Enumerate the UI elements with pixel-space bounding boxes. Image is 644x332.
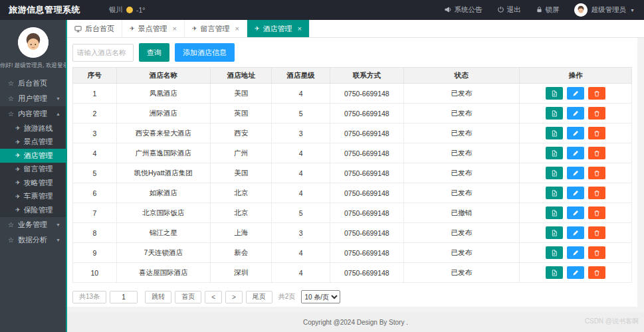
delete-button[interactable] — [588, 127, 605, 139]
close-icon[interactable]: × — [298, 25, 302, 33]
view-button[interactable] — [546, 246, 563, 259]
hotel-table: 序号酒店名称酒店地址酒店星级联系方式状态操作 1凤凰酒店美国40750-6699… — [72, 67, 632, 283]
close-icon[interactable]: × — [235, 25, 239, 33]
view-button[interactable] — [546, 207, 563, 219]
cell-contact: 0750-6699148 — [330, 183, 403, 203]
sidebar-subitem-guides[interactable]: ✈攻略管理 — [0, 176, 66, 190]
tab-home[interactable]: 后台首页 — [67, 20, 122, 37]
sidebar-item-users[interactable]: ☆用户管理▼ — [0, 91, 66, 106]
edit-button[interactable] — [567, 87, 584, 100]
logout-button[interactable]: 退出 — [497, 5, 521, 15]
lockscreen-button[interactable]: 锁屏 — [536, 5, 560, 15]
view-button[interactable] — [546, 167, 563, 179]
cell-contact: 0750-6699148 — [330, 163, 403, 183]
hotel-search-input[interactable] — [72, 44, 134, 62]
table-row: 6如家酒店北京40750-6699148已发布 — [73, 183, 632, 203]
view-button[interactable] — [546, 187, 563, 199]
table-row: 5凯悦Hyatt酒店集团美国40750-6699148已发布 — [73, 163, 632, 183]
edit-button[interactable] — [567, 127, 584, 139]
view-button[interactable] — [546, 226, 563, 239]
file-icon — [551, 230, 558, 236]
delete-button[interactable] — [588, 87, 605, 100]
plane-icon: ✈ — [15, 166, 21, 173]
delete-button[interactable] — [588, 147, 605, 159]
sidebar-subitem-tickets[interactable]: ✈车票管理 — [0, 190, 66, 204]
cell-hotel-address: 美国 — [210, 84, 272, 104]
view-button[interactable] — [546, 147, 563, 159]
copyright-text: Copyright @2024 Design By Story . — [303, 319, 408, 326]
sidebar-subitem-routes[interactable]: ✈旅游路线 — [0, 122, 66, 135]
add-hotel-button[interactable]: 添加酒店信息 — [175, 43, 235, 62]
weather-widget: 银川 -1° — [109, 5, 146, 15]
sidebar-item-business[interactable]: ☆业务管理▼ — [0, 217, 66, 232]
view-button[interactable] — [546, 266, 563, 279]
sidebar-subitem-messages[interactable]: ✈留言管理 — [0, 163, 66, 177]
page-number-input[interactable] — [110, 291, 138, 303]
tab-hotels[interactable]: ✈酒店管理× — [247, 20, 310, 37]
sidebar-item-analytics[interactable]: ☆数据分析▼ — [0, 232, 66, 248]
cell-hotel-address: 新会 — [210, 243, 272, 263]
cell-actions — [519, 124, 631, 143]
delete-button[interactable] — [588, 207, 605, 219]
star-icon: ☆ — [8, 80, 14, 87]
view-button[interactable] — [546, 87, 563, 100]
edit-button[interactable] — [567, 246, 584, 259]
jump-button[interactable]: 跳转 — [145, 291, 171, 303]
edit-button[interactable] — [567, 187, 584, 199]
last-page-button[interactable]: 尾页 — [246, 291, 272, 303]
prev-page-button[interactable]: < — [205, 291, 222, 303]
sidebar-item-content[interactable]: ☆内容管理▲ — [0, 106, 66, 122]
table-header-row: 序号酒店名称酒店地址酒店星级联系方式状态操作 — [73, 68, 632, 84]
sidebar-item-home[interactable]: ☆后台首页 — [0, 76, 66, 91]
cell-index: 8 — [73, 223, 117, 243]
pencil-icon — [572, 170, 579, 177]
avatar — [574, 3, 588, 17]
cell-status: 已发布 — [403, 124, 519, 143]
next-page-button[interactable]: > — [225, 291, 243, 303]
pencil-icon — [572, 110, 579, 117]
sidebar-subitem-insurance[interactable]: ✈保险管理 — [0, 203, 66, 217]
sidebar-subitem-label: 酒店管理 — [24, 151, 53, 161]
table-row: 1凤凰酒店美国40750-6699148已发布 — [73, 84, 632, 104]
first-page-button[interactable]: 首页 — [175, 291, 201, 303]
plane-icon: ✈ — [15, 207, 21, 213]
edit-button[interactable] — [567, 226, 584, 239]
trash-icon — [593, 130, 600, 137]
edit-button[interactable] — [567, 167, 584, 179]
delete-button[interactable] — [588, 187, 605, 199]
tab-messages[interactable]: ✈留言管理× — [185, 20, 247, 37]
sidebar-subitem-label: 留言管理 — [24, 164, 53, 174]
user-menu[interactable]: 超级管理员 ▼ — [574, 3, 635, 17]
tab-spots[interactable]: ✈景点管理× — [122, 20, 185, 37]
sidebar-subitem-spots[interactable]: ✈景点管理 — [0, 135, 66, 149]
search-button[interactable]: 查询 — [139, 43, 169, 62]
delete-button[interactable] — [588, 107, 605, 120]
edit-button[interactable] — [567, 207, 584, 219]
column-header: 序号 — [73, 68, 117, 84]
sidebar-subitem-hotels[interactable]: ✈酒店管理 — [0, 149, 66, 163]
app-title: 旅游信息管理系统 — [0, 4, 89, 16]
plane-icon: ✈ — [15, 179, 21, 186]
edit-button[interactable] — [567, 107, 584, 120]
pagination-pages: 共2页 — [278, 292, 296, 301]
delete-button[interactable] — [588, 226, 605, 239]
sidebar-subitem-label: 攻略管理 — [24, 178, 53, 188]
close-icon[interactable]: × — [173, 25, 177, 33]
pencil-icon — [572, 270, 579, 276]
delete-button[interactable] — [588, 167, 605, 179]
delete-button[interactable] — [588, 266, 605, 279]
star-icon: ☆ — [8, 236, 14, 244]
tab-label: 留言管理 — [201, 24, 230, 34]
view-button[interactable] — [546, 127, 563, 139]
tab-label: 景点管理 — [138, 24, 167, 34]
page-size-select[interactable]: 10 条/页 — [301, 290, 340, 303]
table-row: 10喜达屋国际酒店深圳40750-6699148已发布 — [73, 263, 632, 283]
edit-button[interactable] — [567, 266, 584, 279]
edit-button[interactable] — [567, 147, 584, 159]
view-button[interactable] — [546, 107, 563, 120]
plane-icon: ✈ — [15, 193, 21, 200]
cell-hotel-name: 凤凰酒店 — [116, 84, 210, 104]
announcement-button[interactable]: 系统公告 — [445, 5, 483, 15]
cell-contact: 0750-6699148 — [330, 143, 403, 163]
delete-button[interactable] — [588, 246, 605, 259]
